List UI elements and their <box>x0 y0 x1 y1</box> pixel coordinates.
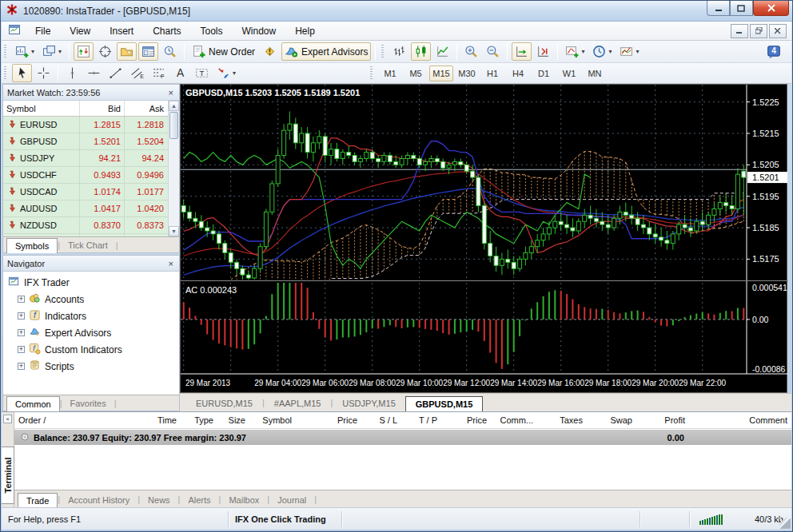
vertical-line-button[interactable] <box>62 64 82 82</box>
chart-candles-button[interactable] <box>411 42 431 61</box>
dropdown-arrow-icon[interactable]: ▾ <box>636 48 639 55</box>
auto-scroll-button[interactable] <box>512 42 532 61</box>
toolbar-drag-handle[interactable] <box>4 66 9 81</box>
timeframe-button-m15[interactable]: M15 <box>429 66 453 81</box>
timeframe-button-mn[interactable]: MN <box>583 66 607 81</box>
timeframe-button-m1[interactable]: M1 <box>378 66 402 81</box>
tree-expand-icon[interactable]: + <box>18 312 25 320</box>
tree-expand-icon[interactable]: + <box>18 363 25 370</box>
chart-shift-button[interactable] <box>533 42 553 61</box>
text-tool-button[interactable]: A <box>170 64 190 82</box>
trendline-button[interactable] <box>106 64 126 82</box>
timeframe-button-w1[interactable]: W1 <box>557 66 581 81</box>
toolbar-drag-handle[interactable] <box>381 45 386 59</box>
terminal-tab-journal[interactable]: Journal <box>269 494 314 507</box>
chart-canvas[interactable]: 1.52251.52151.52051.51951.51851.51751.52… <box>180 84 787 393</box>
market-watch-button[interactable] <box>74 42 94 61</box>
chart-tab-gbpusdm15[interactable]: GBPUSD,M15 <box>405 396 484 412</box>
comments-notification-button[interactable]: 4 <box>763 42 784 61</box>
warning-diamond-button[interactable] <box>260 42 280 61</box>
tree-expand-icon[interactable]: + <box>18 329 25 336</box>
dropdown-arrow-icon[interactable]: ▾ <box>608 48 612 55</box>
chart-bars-button[interactable] <box>389 42 409 61</box>
market-watch-scrollbar[interactable]: ▲ ▼ <box>168 101 179 236</box>
column-symbol[interactable]: Symbol <box>3 104 79 113</box>
market-watch-row-audusd[interactable]: AUDUSD1.04171.0420 <box>3 200 168 217</box>
label-tool-button[interactable]: T <box>192 64 212 82</box>
dropdown-arrow-icon[interactable]: ▾ <box>233 69 236 77</box>
column-ask[interactable]: Ask <box>124 101 168 116</box>
terminal-column-time[interactable]: Time <box>85 415 181 425</box>
menu-item-window[interactable]: Window <box>233 23 286 39</box>
new-chart-button[interactable]: ▾ <box>12 42 38 61</box>
crosshair-button[interactable] <box>34 64 54 82</box>
window-minimize-button[interactable] <box>707 1 730 16</box>
status-one-click-trading[interactable]: IFX One Click Trading <box>229 511 342 527</box>
market-watch-row-eurusd[interactable]: EURUSD1.28151.2818 <box>3 117 168 133</box>
timeframe-button-h1[interactable]: H1 <box>480 66 504 81</box>
navigator-tab-common[interactable]: Common <box>6 396 60 411</box>
templates-button[interactable]: ▾ <box>616 42 642 61</box>
scrollbar-thumb[interactable] <box>169 112 178 139</box>
nav-item-accounts[interactable]: +Accounts <box>6 291 179 308</box>
market-watch-row-usdjpy[interactable]: USDJPY94.2194.24 <box>3 150 168 167</box>
window-restore-button[interactable] <box>730 1 753 16</box>
terminal-list-button[interactable] <box>138 42 158 61</box>
terminal-tab-news[interactable]: News <box>140 494 178 507</box>
dropdown-arrow-icon[interactable]: ▾ <box>31 48 34 55</box>
chart-minimize-button[interactable] <box>731 24 748 38</box>
terminal-column-type[interactable]: Type <box>181 415 217 425</box>
terminal-tab-alerts[interactable]: Alerts <box>180 494 218 507</box>
market-watch-row-usdcad[interactable]: USDCAD1.01741.0177 <box>3 184 168 200</box>
market-watch-close-icon[interactable]: × <box>167 89 175 97</box>
terminal-column-comm[interactable]: Comm... <box>491 415 537 425</box>
terminal-vertical-tab[interactable]: Terminal <box>2 447 14 504</box>
menu-item-help[interactable]: Help <box>285 23 325 39</box>
chart-tab-usdjpym15[interactable]: USDJPY,M15 <box>333 396 404 411</box>
fibonacci-button[interactable]: F <box>149 64 169 82</box>
terminal-column-taxes[interactable]: Taxes <box>537 415 587 425</box>
menu-item-file[interactable]: File <box>26 23 60 39</box>
dropdown-arrow-icon[interactable]: ▾ <box>58 48 62 55</box>
scroll-up-icon[interactable]: ▲ <box>169 101 179 111</box>
navigator-button[interactable] <box>117 42 137 61</box>
timeframe-button-d1[interactable]: D1 <box>532 66 556 81</box>
terminal-column-price[interactable]: Price <box>296 415 361 425</box>
nav-item-ifx-trader[interactable]: IFX Trader <box>6 274 179 291</box>
menu-item-view[interactable]: View <box>60 23 100 39</box>
profiles-button[interactable]: ▾ <box>39 42 65 61</box>
terminal-column-tp[interactable]: T / P <box>401 415 441 425</box>
new-order-button[interactable]: New Order <box>189 42 258 61</box>
resize-grip[interactable] <box>779 518 791 529</box>
timeframe-button-m30[interactable]: M30 <box>455 66 479 81</box>
mdi-document-icon[interactable] <box>8 23 21 39</box>
market-watch-row-nzdusd[interactable]: NZDUSD0.83700.8373 <box>3 217 168 234</box>
chart-restore-button[interactable] <box>750 24 767 38</box>
terminal-tab-account-history[interactable]: Account History <box>60 494 137 507</box>
market-watch-tab-tick-chart[interactable]: Tick Chart <box>60 239 116 252</box>
terminal-column-price[interactable]: Price <box>441 415 491 425</box>
cursor-button[interactable] <box>12 64 32 82</box>
terminal-tab-mailbox[interactable]: Mailbox <box>221 494 267 507</box>
toolbar-drag-handle[interactable] <box>370 66 375 81</box>
terminal-column-sl[interactable]: S / L <box>361 415 401 425</box>
equidistant-channel-button[interactable]: E <box>127 64 147 82</box>
menu-item-insert[interactable]: Insert <box>100 23 143 39</box>
navigator-tab-favorites[interactable]: Favorites <box>62 397 114 411</box>
market-watch-tab-symbols[interactable]: Symbols <box>6 238 58 253</box>
zoom-in-button[interactable] <box>461 42 481 61</box>
chart-tab-aaplm15[interactable]: #AAPL,M15 <box>265 396 331 411</box>
periods-clock-button[interactable]: ▾ <box>589 42 615 61</box>
terminal-column-size[interactable]: Size <box>217 415 249 425</box>
terminal-column-symbol[interactable]: Symbol <box>249 415 296 425</box>
tree-expand-icon[interactable]: + <box>18 346 25 353</box>
timeframe-button-h4[interactable]: H4 <box>506 66 530 81</box>
nav-item-scripts[interactable]: +Scripts <box>6 358 179 375</box>
toolbar-drag-handle[interactable] <box>4 45 9 59</box>
market-watch-row-usdchf[interactable]: USDCHF0.94930.9496 <box>3 167 168 184</box>
expert-advisors-button[interactable]: Expert Advisors <box>281 42 371 61</box>
terminal-column-swap[interactable]: Swap <box>587 415 636 425</box>
nav-item-indicators[interactable]: +fIndicators <box>6 308 179 324</box>
scroll-down-icon[interactable]: ▼ <box>169 226 179 236</box>
terminal-tab-trade[interactable]: Trade <box>18 493 58 508</box>
